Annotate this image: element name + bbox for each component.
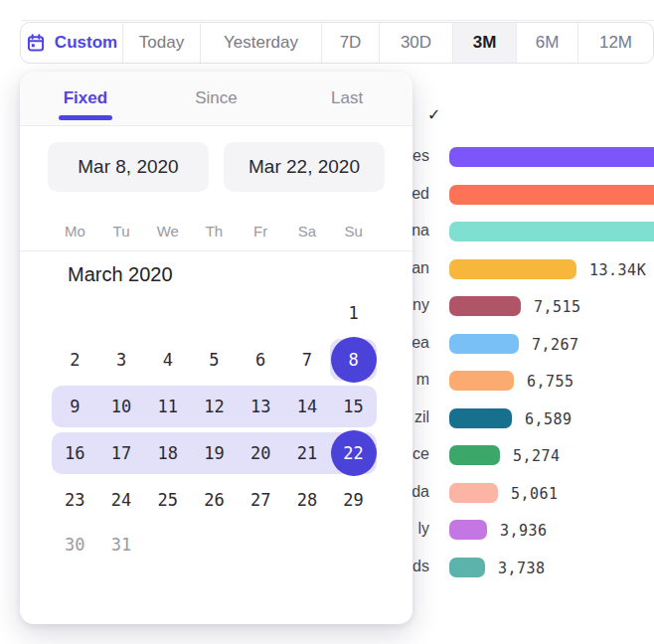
day-29[interactable]: 29 <box>330 479 377 521</box>
tab-last[interactable]: Last <box>281 72 412 125</box>
day-16[interactable]: 16 <box>52 432 98 474</box>
day-number: 29 <box>343 490 363 510</box>
day-15[interactable]: 15 <box>330 386 377 427</box>
custom-range-button[interactable]: Custom <box>21 23 122 63</box>
day-28[interactable]: 28 <box>284 479 331 521</box>
selected-day-circle: 22 <box>331 430 377 476</box>
chart-bar[interactable] <box>449 371 514 391</box>
preset-7d[interactable]: 7D <box>321 23 379 63</box>
day-9[interactable]: 9 <box>52 386 98 427</box>
chart-bar[interactable] <box>449 147 654 167</box>
day-5[interactable]: 5 <box>191 339 238 381</box>
preset-3m[interactable]: 3M <box>452 23 516 63</box>
calendar-divider <box>20 250 412 251</box>
day-number: 17 <box>111 443 131 463</box>
date-preset-toolbar: Custom TodayYesterday7D30D3M6M12M <box>20 22 654 64</box>
calendar-week-row: 9101112131415 <box>52 386 377 427</box>
day-14[interactable]: 14 <box>284 386 331 427</box>
day-24[interactable]: 24 <box>98 479 145 521</box>
day-7[interactable]: 7 <box>284 339 331 381</box>
day-number: 10 <box>111 397 131 416</box>
day-number: 9 <box>70 397 80 416</box>
preset-30d[interactable]: 30D <box>379 23 452 63</box>
weekday-label: Tu <box>98 223 145 240</box>
tab-since-label: Since <box>195 88 238 108</box>
start-date-input[interactable]: Mar 8, 2020 <box>48 142 209 192</box>
day-22[interactable]: 22 <box>330 432 377 474</box>
day-17[interactable]: 17 <box>98 432 145 474</box>
day-number: 30 <box>65 535 84 555</box>
day-number: 13 <box>250 397 270 416</box>
calendar-week-row: 3031 <box>52 524 377 565</box>
day-21[interactable]: 21 <box>284 432 331 474</box>
day-8[interactable]: 8 <box>330 339 377 381</box>
day-23[interactable]: 23 <box>52 479 98 521</box>
day-2[interactable]: 2 <box>52 339 98 381</box>
chart-row-label: ds <box>412 558 429 575</box>
weekday-label: Mo <box>52 223 98 240</box>
chart-bar[interactable] <box>449 185 654 205</box>
day-26[interactable]: 26 <box>191 479 238 521</box>
day-3[interactable]: 3 <box>98 339 145 381</box>
day-number: 28 <box>297 490 317 510</box>
selected-day-circle: 8 <box>331 337 377 383</box>
chart-bar[interactable] <box>449 483 498 503</box>
check-icon: ✓ <box>427 105 440 124</box>
chart-row-label: ea <box>411 334 429 352</box>
end-date-input[interactable]: Mar 22, 2020 <box>224 142 385 192</box>
day-12[interactable]: 12 <box>191 386 238 427</box>
day-number: 12 <box>204 397 224 416</box>
tab-since[interactable]: Since <box>151 72 282 125</box>
day-1[interactable]: 1 <box>330 292 377 334</box>
tab-fixed-label: Fixed <box>64 88 107 108</box>
day-number: 21 <box>297 443 317 463</box>
weekday-label: Sa <box>284 223 331 240</box>
day-number: 25 <box>158 490 178 510</box>
calendar-week-row: 16171819202122 <box>52 432 377 474</box>
preset-today[interactable]: Today <box>122 23 200 63</box>
day-25[interactable]: 25 <box>144 479 191 521</box>
day-4[interactable]: 4 <box>144 339 191 381</box>
chart-bar[interactable] <box>449 520 487 540</box>
day-number: 31 <box>111 535 131 555</box>
day-31[interactable]: 31 <box>98 524 145 565</box>
calendar-icon <box>26 33 46 53</box>
chart-bar[interactable] <box>449 445 500 465</box>
day-number: 23 <box>65 490 84 510</box>
day-11[interactable]: 11 <box>144 386 191 427</box>
day-number: 7 <box>302 350 312 370</box>
day-19[interactable]: 19 <box>191 432 238 474</box>
weekday-label: Fr <box>238 223 284 240</box>
day-27[interactable]: 27 <box>238 479 284 521</box>
chart-bar[interactable] <box>449 408 512 428</box>
day-30[interactable]: 30 <box>52 524 98 565</box>
day-number: 4 <box>163 350 173 370</box>
calendar-week-row: 23242526272829 <box>52 479 377 521</box>
chart-bar[interactable] <box>449 222 654 242</box>
chart-row-label: ny <box>412 296 429 314</box>
custom-range-label: Custom <box>55 33 117 53</box>
chart-row-label: da <box>411 483 429 501</box>
day-6[interactable]: 6 <box>238 339 284 381</box>
chart-row-label: es <box>412 147 429 165</box>
preset-yesterday[interactable]: Yesterday <box>200 23 321 63</box>
chart-bar[interactable] <box>449 259 576 279</box>
chart-bar-value: 7,515 <box>534 298 581 316</box>
chart-bar[interactable] <box>449 558 485 577</box>
day-13[interactable]: 13 <box>238 386 284 427</box>
day-number: 5 <box>209 350 219 370</box>
month-title: March 2020 <box>68 263 173 286</box>
chart-bar[interactable] <box>449 296 521 316</box>
chart-row-label: ed <box>411 185 429 203</box>
weekday-label: Su <box>330 223 377 240</box>
day-10[interactable]: 10 <box>98 386 145 427</box>
preset-12m[interactable]: 12M <box>577 23 653 63</box>
day-number: 15 <box>343 397 363 416</box>
day-18[interactable]: 18 <box>144 432 191 474</box>
preset-6m[interactable]: 6M <box>516 23 577 63</box>
day-20[interactable]: 20 <box>238 432 284 474</box>
chart-bar-value: 3,936 <box>500 522 548 540</box>
tab-fixed[interactable]: Fixed <box>20 72 151 125</box>
chart-bar[interactable] <box>449 334 519 354</box>
chart-bar-value: 7,267 <box>532 336 579 354</box>
